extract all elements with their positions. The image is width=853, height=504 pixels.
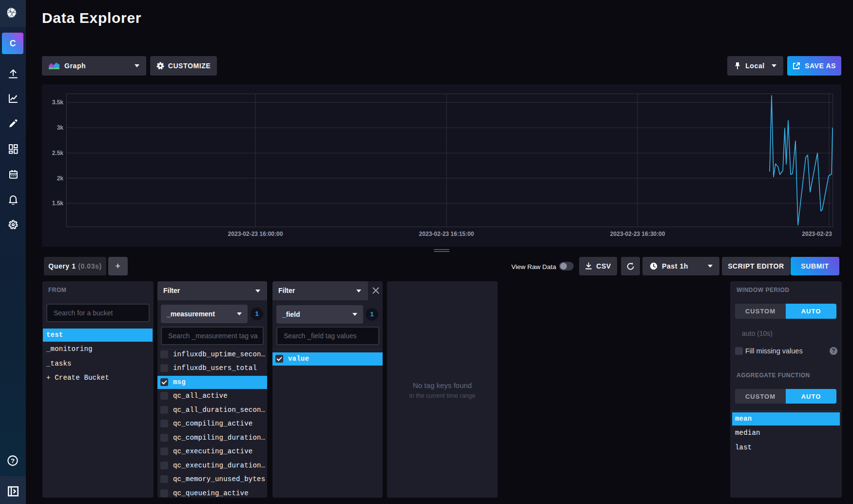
svg-text:2k: 2k — [57, 175, 64, 182]
svg-text:2.5k: 2.5k — [52, 150, 64, 156]
svg-text:2023-02-23 16:00:00: 2023-02-23 16:00:00 — [228, 231, 283, 237]
svg-text:?: ? — [11, 457, 15, 465]
svg-text:2023-02-23 16:30:00: 2023-02-23 16:30:00 — [610, 231, 665, 237]
svg-text:2023-02-23 16:15:00: 2023-02-23 16:15:00 — [419, 231, 474, 237]
svg-text:1.5k: 1.5k — [52, 200, 64, 207]
svg-text:3.5k: 3.5k — [52, 99, 64, 106]
svg-text:3k: 3k — [57, 124, 64, 131]
svg-text:2023-02-23: 2023-02-23 — [802, 231, 832, 237]
